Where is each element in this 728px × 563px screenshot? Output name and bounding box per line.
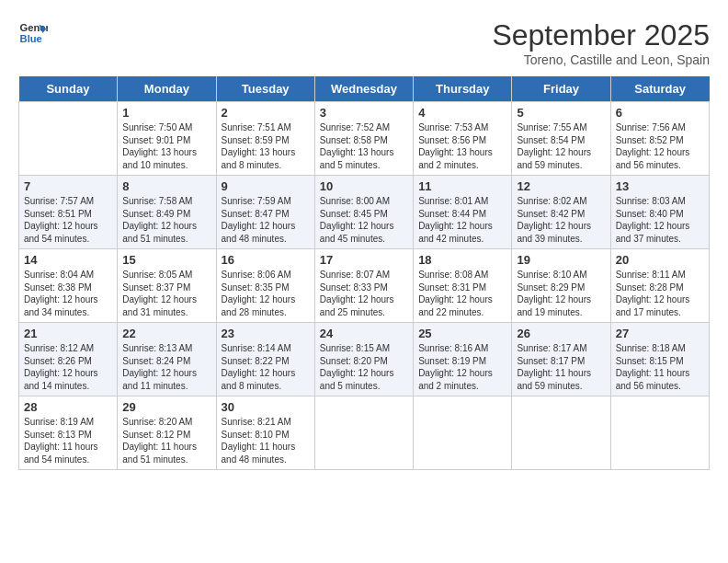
day-cell: 7Sunrise: 7:57 AM Sunset: 8:51 PM Daylig… [19,176,118,249]
weekday-header-sunday: Sunday [19,76,118,102]
day-number: 21 [24,327,112,340]
day-info: Sunrise: 7:59 AM Sunset: 8:47 PM Dayligh… [222,195,310,245]
day-cell: 25Sunrise: 8:16 AM Sunset: 8:19 PM Dayli… [414,323,512,396]
day-cell: 3Sunrise: 7:52 AM Sunset: 8:58 PM Daylig… [314,102,413,176]
day-info: Sunrise: 8:07 AM Sunset: 8:33 PM Dayligh… [320,269,408,318]
day-number: 13 [616,179,704,193]
day-info: Sunrise: 8:02 AM Sunset: 8:42 PM Dayligh… [517,195,605,245]
day-number: 28 [24,400,112,414]
day-cell: 26Sunrise: 8:17 AM Sunset: 8:17 PM Dayli… [512,323,610,396]
day-info: Sunrise: 8:15 AM Sunset: 8:20 PM Dayligh… [320,342,408,392]
day-cell: 11Sunrise: 8:01 AM Sunset: 8:44 PM Dayli… [414,176,512,249]
week-row-1: 1Sunrise: 7:50 AM Sunset: 9:01 PM Daylig… [19,102,710,176]
day-number: 17 [320,253,408,267]
day-info: Sunrise: 8:00 AM Sunset: 8:45 PM Dayligh… [320,195,408,245]
day-number: 10 [320,179,408,193]
day-cell: 23Sunrise: 8:14 AM Sunset: 8:22 PM Dayli… [216,323,314,396]
day-number: 12 [517,179,605,193]
day-info: Sunrise: 8:12 AM Sunset: 8:26 PM Dayligh… [24,342,112,392]
logo: General Blue [18,18,48,48]
day-number: 16 [222,253,310,267]
day-number: 5 [517,106,605,120]
month-title: September 2025 [492,18,710,52]
day-info: Sunrise: 7:52 AM Sunset: 8:58 PM Dayligh… [320,121,408,171]
day-info: Sunrise: 8:21 AM Sunset: 8:10 PM Dayligh… [222,416,310,465]
day-info: Sunrise: 7:53 AM Sunset: 8:56 PM Dayligh… [418,121,506,171]
day-number: 1 [122,106,210,120]
day-cell: 18Sunrise: 8:08 AM Sunset: 8:31 PM Dayli… [414,249,512,323]
day-info: Sunrise: 8:05 AM Sunset: 8:37 PM Dayligh… [122,269,210,318]
day-info: Sunrise: 8:08 AM Sunset: 8:31 PM Dayligh… [418,269,506,318]
day-number: 4 [418,106,506,120]
day-info: Sunrise: 8:14 AM Sunset: 8:22 PM Dayligh… [222,342,310,392]
day-info: Sunrise: 7:56 AM Sunset: 8:52 PM Dayligh… [616,121,704,171]
day-cell: 20Sunrise: 8:11 AM Sunset: 8:28 PM Dayli… [610,249,709,323]
day-number: 30 [222,400,310,414]
day-info: Sunrise: 7:55 AM Sunset: 8:54 PM Dayligh… [517,121,605,171]
week-row-5: 28Sunrise: 8:19 AM Sunset: 8:13 PM Dayli… [19,396,710,470]
day-number: 29 [122,400,210,414]
day-cell: 24Sunrise: 8:15 AM Sunset: 8:20 PM Dayli… [314,323,413,396]
weekday-header-wednesday: Wednesday [314,76,413,102]
day-info: Sunrise: 8:10 AM Sunset: 8:29 PM Dayligh… [517,269,605,318]
day-info: Sunrise: 8:11 AM Sunset: 8:28 PM Dayligh… [616,269,704,318]
day-info: Sunrise: 8:13 AM Sunset: 8:24 PM Dayligh… [122,342,210,392]
day-cell: 27Sunrise: 8:18 AM Sunset: 8:15 PM Dayli… [610,323,709,396]
day-number: 15 [122,253,210,267]
day-number: 7 [24,179,112,193]
day-cell: 22Sunrise: 8:13 AM Sunset: 8:24 PM Dayli… [118,323,216,396]
day-number: 6 [616,106,704,120]
weekday-header-tuesday: Tuesday [216,76,314,102]
weekday-header-monday: Monday [118,76,216,102]
day-cell: 9Sunrise: 7:59 AM Sunset: 8:47 PM Daylig… [216,176,314,249]
day-cell: 1Sunrise: 7:50 AM Sunset: 9:01 PM Daylig… [118,102,216,176]
day-info: Sunrise: 8:16 AM Sunset: 8:19 PM Dayligh… [418,342,506,392]
day-info: Sunrise: 8:03 AM Sunset: 8:40 PM Dayligh… [616,195,704,245]
day-info: Sunrise: 8:17 AM Sunset: 8:17 PM Dayligh… [517,342,605,392]
day-cell: 30Sunrise: 8:21 AM Sunset: 8:10 PM Dayli… [216,396,314,470]
day-number: 23 [222,327,310,340]
day-info: Sunrise: 8:01 AM Sunset: 8:44 PM Dayligh… [418,195,506,245]
day-cell [414,396,512,470]
day-cell: 13Sunrise: 8:03 AM Sunset: 8:40 PM Dayli… [610,176,709,249]
day-number: 3 [320,106,408,120]
day-number: 24 [320,327,408,340]
day-info: Sunrise: 7:50 AM Sunset: 9:01 PM Dayligh… [122,121,210,171]
day-info: Sunrise: 8:19 AM Sunset: 8:13 PM Dayligh… [24,416,112,465]
day-cell: 17Sunrise: 8:07 AM Sunset: 8:33 PM Dayli… [314,249,413,323]
weekday-header-saturday: Saturday [610,76,709,102]
day-cell: 12Sunrise: 8:02 AM Sunset: 8:42 PM Dayli… [512,176,610,249]
day-cell: 8Sunrise: 7:58 AM Sunset: 8:49 PM Daylig… [118,176,216,249]
header: General Blue September 2025 Toreno, Cast… [18,18,710,67]
day-info: Sunrise: 8:18 AM Sunset: 8:15 PM Dayligh… [616,342,704,392]
day-cell: 10Sunrise: 8:00 AM Sunset: 8:45 PM Dayli… [314,176,413,249]
day-cell: 2Sunrise: 7:51 AM Sunset: 8:59 PM Daylig… [216,102,314,176]
day-number: 11 [418,179,506,193]
day-cell: 4Sunrise: 7:53 AM Sunset: 8:56 PM Daylig… [414,102,512,176]
day-cell [512,396,610,470]
day-cell: 29Sunrise: 8:20 AM Sunset: 8:12 PM Dayli… [118,396,216,470]
day-number: 8 [122,179,210,193]
day-number: 14 [24,253,112,267]
day-number: 2 [222,106,310,120]
day-number: 20 [616,253,704,267]
day-info: Sunrise: 7:58 AM Sunset: 8:49 PM Dayligh… [122,195,210,245]
day-info: Sunrise: 8:20 AM Sunset: 8:12 PM Dayligh… [122,416,210,465]
calendar-table: SundayMondayTuesdayWednesdayThursdayFrid… [18,76,710,470]
day-number: 22 [122,327,210,340]
week-row-3: 14Sunrise: 8:04 AM Sunset: 8:38 PM Dayli… [19,249,710,323]
day-cell [314,396,413,470]
header-row: SundayMondayTuesdayWednesdayThursdayFrid… [19,76,710,102]
day-number: 25 [418,327,506,340]
day-cell [19,102,118,176]
title-area: September 2025 Toreno, Castille and Leon… [492,18,710,67]
day-cell: 28Sunrise: 8:19 AM Sunset: 8:13 PM Dayli… [19,396,118,470]
day-info: Sunrise: 7:51 AM Sunset: 8:59 PM Dayligh… [222,121,310,171]
day-cell: 15Sunrise: 8:05 AM Sunset: 8:37 PM Dayli… [118,249,216,323]
day-info: Sunrise: 7:57 AM Sunset: 8:51 PM Dayligh… [24,195,112,245]
svg-text:Blue: Blue [20,33,42,44]
weekday-header-thursday: Thursday [414,76,512,102]
day-info: Sunrise: 8:06 AM Sunset: 8:35 PM Dayligh… [222,269,310,318]
day-number: 9 [222,179,310,193]
day-number: 26 [517,327,605,340]
